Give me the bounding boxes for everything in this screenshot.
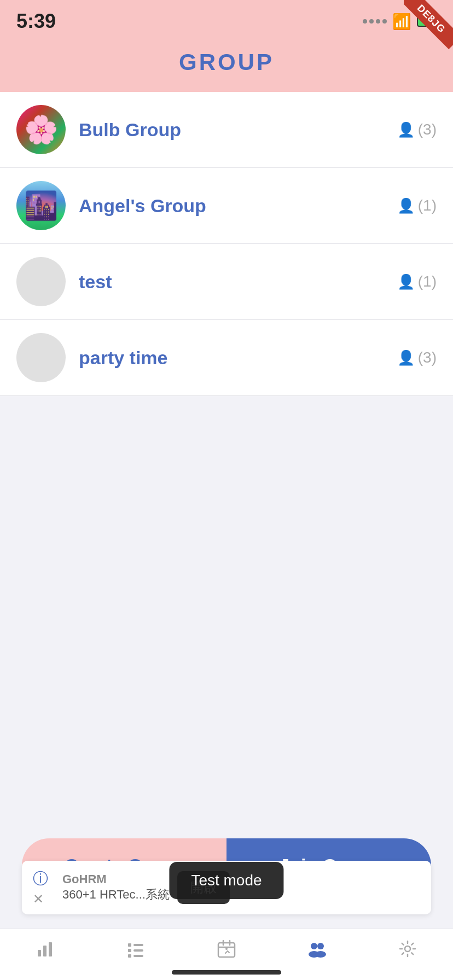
group-name-angel: Angel's Group <box>79 195 397 217</box>
svg-point-19 <box>315 951 326 958</box>
person-icon: 👤 <box>397 349 415 366</box>
test-mode-tooltip: Test mode <box>169 862 283 899</box>
svg-point-13 <box>225 948 228 950</box>
nav-item-group[interactable] <box>272 939 363 964</box>
group-info-party: party time <box>79 347 397 369</box>
ad-company: GoHRM <box>62 872 170 886</box>
group-members-angel: 👤 (1) <box>397 197 437 214</box>
group-info-angel: Angel's Group <box>79 195 397 217</box>
nav-item-list[interactable] <box>91 939 182 964</box>
svg-rect-1 <box>43 946 47 956</box>
group-icon <box>307 939 327 964</box>
group-avatar-bulb <box>16 105 66 154</box>
svg-rect-5 <box>128 949 131 952</box>
ad-text: 360+1 HRTec...系統 <box>62 886 170 903</box>
nav-item-stats[interactable] <box>0 939 91 964</box>
status-bar: 5:39 📶 <box>0 0 453 38</box>
nav-item-settings[interactable] <box>362 939 453 964</box>
svg-point-20 <box>405 946 410 952</box>
calendar-icon <box>217 939 236 964</box>
group-item[interactable]: test 👤 (1) <box>0 244 453 320</box>
list-icon <box>126 939 146 964</box>
svg-rect-8 <box>133 955 143 957</box>
member-count-angel: (1) <box>418 197 437 214</box>
group-avatar-party <box>16 333 66 382</box>
svg-rect-2 <box>49 942 52 956</box>
debug-label: DE8JG <box>404 0 453 49</box>
svg-rect-3 <box>128 943 131 947</box>
member-count-bulb: (3) <box>418 121 437 138</box>
svg-point-17 <box>317 943 324 949</box>
info-icon: ⓘ <box>33 868 48 889</box>
group-avatar-angel <box>16 181 66 230</box>
settings-icon <box>398 939 417 964</box>
group-avatar-test <box>16 257 66 306</box>
ad-content: GoHRM 360+1 HRTec...系統 <box>62 872 170 903</box>
member-count-test: (1) <box>418 273 437 290</box>
group-list: Bulb Group 👤 (3) Angel's Group 👤 (1) tes… <box>0 92 453 396</box>
svg-line-15 <box>228 951 229 953</box>
svg-rect-7 <box>128 954 131 958</box>
person-icon: 👤 <box>397 121 415 138</box>
svg-rect-0 <box>38 950 41 956</box>
group-info-test: test <box>79 271 397 293</box>
svg-rect-4 <box>133 944 143 946</box>
nav-item-calendar[interactable] <box>181 939 272 964</box>
content-area <box>0 396 453 615</box>
member-count-party: (3) <box>418 349 437 366</box>
home-indicator <box>172 970 281 975</box>
svg-rect-6 <box>133 949 143 952</box>
group-info-bulb: Bulb Group <box>79 119 397 141</box>
person-icon: 👤 <box>397 273 415 290</box>
close-icon[interactable]: ✕ <box>33 891 44 907</box>
group-name-party: party time <box>79 347 397 369</box>
person-icon: 👤 <box>397 197 415 214</box>
group-item[interactable]: party time 👤 (3) <box>0 320 453 396</box>
debug-badge: DE8JG <box>404 0 453 49</box>
svg-point-16 <box>311 943 317 949</box>
group-members-test: 👤 (1) <box>397 273 437 290</box>
signal-dots-icon <box>363 19 387 24</box>
group-members-bulb: 👤 (3) <box>397 121 437 138</box>
group-name-test: test <box>79 271 397 293</box>
group-members-party: 👤 (3) <box>397 349 437 366</box>
group-item[interactable]: Angel's Group 👤 (1) <box>0 168 453 244</box>
page-title: GROUP <box>0 49 453 75</box>
group-name-bulb: Bulb Group <box>79 119 397 141</box>
page-header: GROUP <box>0 38 453 92</box>
status-time: 5:39 <box>16 10 56 33</box>
stats-icon <box>36 939 55 964</box>
group-item[interactable]: Bulb Group 👤 (3) <box>0 92 453 168</box>
